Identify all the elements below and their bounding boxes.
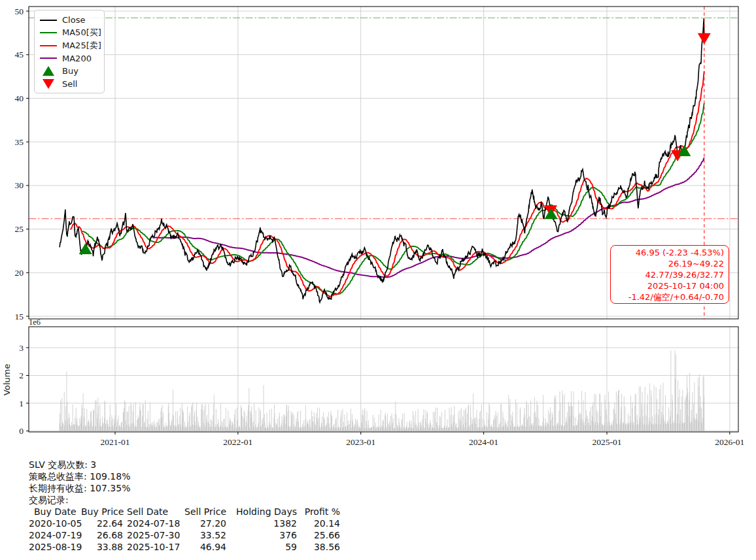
annotation-range: 26.19~49.22 [615,258,724,269]
summary-block: SLV 交易次数: 3 策略总收益率: 109.18% 长期持有收益: 107.… [29,459,340,553]
trade-table-row: 2020-10-05 22.64 2024-07-18 27.20 1382 2… [29,518,340,529]
legend-label: MA50[买] [62,27,101,39]
close-line [60,18,704,303]
sell-marker [698,33,711,44]
strategy-return-line: 策略总收益率: 109.18% [29,470,340,482]
hold-return-line: 长期持有收益: 107.35% [29,482,340,494]
price-y-tick-label: 50 [15,7,24,16]
volume-axis-label: Volume [2,364,12,395]
legend-label: Sell [62,79,77,89]
trade-count-line: SLV 交易次数: 3 [29,459,340,470]
volume-bars [60,350,704,431]
legend: Close MA50[买] MA25[卖] MA200 Buy Sell [34,10,105,93]
legend-item-ma200: MA200 [35,52,104,65]
legend-label: MA200 [62,54,92,63]
x-tick-label: 2021-01 [101,437,130,447]
volume-offset-label: 1e6 [29,318,41,327]
ma50-line-swatch [40,32,57,33]
volume-y-tick-label: 2 [19,371,24,380]
x-tick-label: 2025-01 [593,437,622,447]
legend-item-buy: Buy [35,65,104,78]
legend-item-ma25: MA25[卖] [35,39,104,52]
price-y-tick-label: 35 [15,137,24,147]
x-tick-label: 2023-01 [346,437,375,447]
figure: 152025303540455001232021-012022-012023-0… [0,0,756,560]
x-tick-label: 2022-01 [223,437,252,447]
x-tick-label: 2024-01 [469,437,498,447]
legend-item-close: Close [35,14,104,27]
buy-marker-icon [40,66,57,76]
volume-y-tick-label: 3 [19,343,24,353]
trade-table-header: Buy Date Buy Price Sell Date Sell Price … [29,506,340,518]
price-y-tick-label: 25 [15,224,24,234]
trade-table-row: 2024-07-19 26.68 2025-07-30 33.52 376 25… [29,529,340,541]
volume-y-tick-label: 1 [19,399,24,408]
price-volume-chart: 152025303540455001232021-012022-012023-0… [0,0,756,457]
trade-table-row: 2025-08-19 33.88 2025-10-17 46.94 59 38.… [29,541,340,553]
annotation-bias: -1.42/偏空/+0.64/-0.70 [615,291,724,303]
sell-marker-icon [40,79,57,89]
price-y-tick-label: 40 [15,93,24,103]
legend-item-ma50: MA50[买] [35,27,104,40]
ma200-line-swatch [40,58,57,59]
close-line-swatch [40,20,57,21]
annotation-last-price: 46.95 (-2.23 -4.53%) [615,247,724,258]
price-y-tick-label: 15 [15,312,24,321]
price-y-tick-label: 30 [15,180,24,190]
legend-label: MA25[卖] [62,40,101,52]
annotation-ma-values: 42.77/39.26/32.77 [615,269,724,280]
legend-label: Close [62,15,85,25]
annotation-datetime: 2025-10-17 04:00 [615,280,724,291]
ma25-line-swatch [40,45,57,46]
records-label: 交易记录: [29,494,340,506]
price-y-tick-label: 45 [15,50,24,59]
price-y-tick-label: 20 [15,268,24,278]
legend-label: Buy [62,66,78,76]
annotation-box: 46.95 (-2.23 -4.53%) 26.19~49.22 42.77/3… [610,245,729,304]
volume-y-tick-label: 0 [19,426,24,436]
legend-item-sell: Sell [35,78,104,91]
x-tick-label: 2026-01 [715,437,744,447]
ma25-line [71,71,704,297]
